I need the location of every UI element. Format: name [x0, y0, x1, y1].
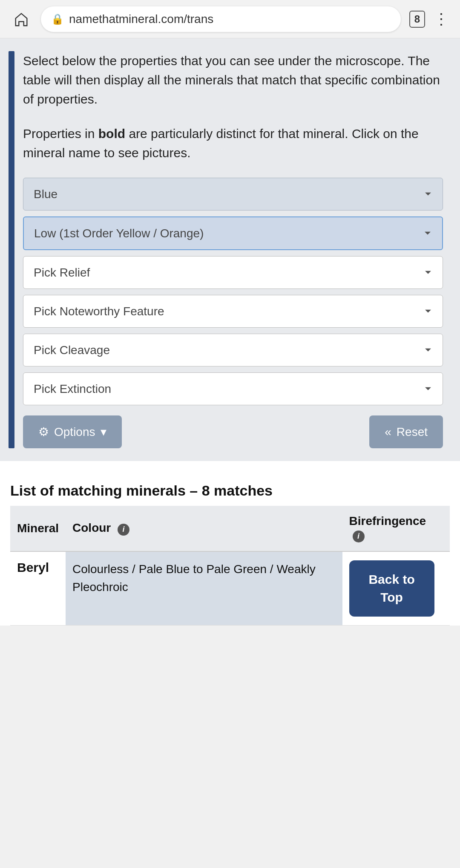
birefringence-info-icon[interactable]: i [353, 531, 365, 542]
tab-count[interactable]: 8 [409, 11, 425, 28]
reset-button[interactable]: « Reset [369, 415, 443, 448]
minerals-table: Mineral Colour i Birefringence i Beryl [10, 506, 450, 626]
intro-bold: bold [98, 127, 125, 141]
colour-value-cell: Colourless / Pale Blue to Pale Green / W… [66, 551, 342, 626]
options-label: Options [54, 425, 95, 439]
cleavage-dropdown[interactable]: Pick Cleavage [23, 334, 443, 366]
intro-text-2a: Properties in [23, 127, 98, 141]
blue-bar [9, 51, 14, 448]
birefringence-header-label: Birefringence [349, 514, 426, 528]
options-button[interactable]: ⚙ Options ▾ [23, 415, 122, 448]
address-bar[interactable]: 🔒 namethatmineral.com/trans [41, 6, 401, 32]
mineral-column-header: Mineral [10, 506, 66, 551]
url-text: namethatmineral.com/trans [69, 12, 213, 26]
table-row: Beryl Colourless / Pale Blue to Pale Gre… [10, 551, 450, 626]
home-button[interactable] [10, 8, 32, 30]
minerals-section: List of matching minerals – 8 matches Mi… [0, 461, 460, 626]
colour-value: Colourless / Pale Blue to Pale Green / W… [72, 562, 316, 594]
colour-dropdown[interactable]: Blue [23, 178, 443, 211]
intro-paragraph-1: Select below the properties that you can… [23, 51, 443, 109]
mineral-header-label: Mineral [17, 522, 59, 535]
text-and-controls: Select below the properties that you can… [23, 51, 443, 448]
dropdowns-area: Blue Low (1st Order Yellow / Orange) Pic… [23, 178, 443, 405]
intro-paragraph-2: Properties in bold are particularly dist… [23, 124, 443, 162]
colour-info-icon[interactable]: i [118, 524, 129, 536]
content-section: Select below the properties that you can… [0, 38, 460, 461]
menu-dots[interactable]: ⋮ [434, 10, 450, 28]
back-to-top-button[interactable]: Back toTop [349, 560, 434, 617]
colour-header-label: Colour [72, 521, 111, 534]
minerals-title: List of matching minerals – 8 matches [10, 474, 450, 506]
birefringence-value-cell: Back toTop [342, 551, 450, 626]
buttons-row: ⚙ Options ▾ « Reset [23, 415, 443, 448]
browser-bar: 🔒 namethatmineral.com/trans 8 ⋮ [0, 0, 460, 38]
relief-dropdown[interactable]: Pick Relief [23, 256, 443, 289]
birefringence-column-header: Birefringence i [342, 506, 450, 551]
mineral-name-cell: Beryl [10, 551, 66, 626]
table-header-row: Mineral Colour i Birefringence i [10, 506, 450, 551]
noteworthy-dropdown[interactable]: Pick Noteworthy Feature [23, 295, 443, 328]
intro-text-1: Select below the properties that you can… [23, 54, 440, 106]
page-content: Select below the properties that you can… [0, 38, 460, 626]
birefringence-dropdown[interactable]: Low (1st Order Yellow / Orange) [23, 216, 443, 250]
lock-icon: 🔒 [51, 13, 64, 25]
reset-label: Reset [397, 425, 428, 439]
colour-column-header: Colour i [66, 506, 342, 551]
extinction-dropdown[interactable]: Pick Extinction [23, 372, 443, 405]
mineral-name[interactable]: Beryl [17, 560, 49, 574]
chevron-down-icon: ▾ [101, 425, 106, 439]
gear-icon: ⚙ [38, 425, 49, 439]
reset-arrows-icon: « [385, 425, 391, 439]
